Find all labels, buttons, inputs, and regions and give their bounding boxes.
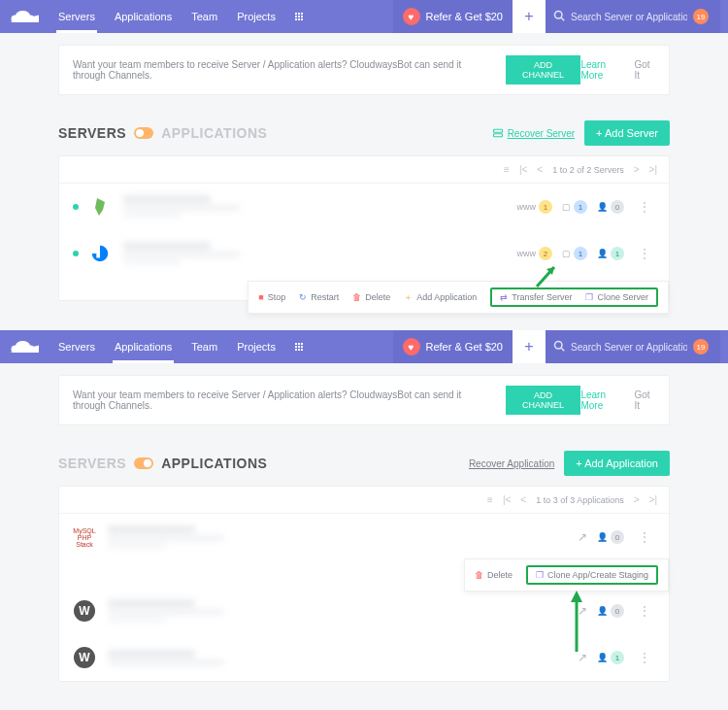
nav-projects[interactable]: Projects [229, 330, 283, 363]
nav-applications[interactable]: Applications [107, 0, 180, 33]
users-badge[interactable]: 👤1 [597, 247, 624, 260]
application-row[interactable]: MySQL PHP Stack ↗ 👤0 ⋮ 🗑Delete ❐Clone Ap… [59, 514, 669, 588]
server-row[interactable]: www2 ▢1 👤1 ⋮ ■Stop ↻Restart 🗑Delete ＋Add… [59, 230, 669, 300]
svg-rect-6 [295, 18, 297, 20]
add-application-action[interactable]: ＋Add Application [404, 291, 477, 304]
servers-tab[interactable]: SERVERS [58, 456, 126, 471]
notification-badge[interactable]: 19 [693, 339, 709, 355]
svg-rect-16 [298, 343, 300, 345]
transfer-server-action[interactable]: ⇄Transfer Server [500, 292, 572, 302]
add-application-button[interactable]: Add Application [564, 451, 670, 476]
svg-line-10 [561, 17, 564, 20]
page-last-icon[interactable]: >| [649, 494, 657, 505]
users-badge[interactable]: 👤0 [597, 200, 624, 214]
page-next-icon[interactable]: > [634, 164, 640, 175]
apps-grid-icon[interactable] [287, 330, 311, 363]
row-menu-icon[interactable]: ⋮ [634, 247, 655, 260]
topbar-servers: Servers Applications Team Projects ♥ Ref… [0, 0, 728, 33]
learn-more-link[interactable]: Learn More [580, 389, 624, 411]
servers-apps-toggle[interactable] [134, 457, 153, 469]
trash-icon: 🗑 [352, 292, 361, 302]
logo[interactable] [8, 337, 41, 356]
notification-badge[interactable]: 19 [693, 9, 709, 24]
delete-action[interactable]: 🗑Delete [475, 570, 513, 580]
nav-team[interactable]: Team [183, 0, 225, 33]
nav-applications[interactable]: Applications [107, 330, 180, 363]
page-last-icon[interactable]: >| [649, 164, 657, 175]
www-badge[interactable]: www2 [517, 247, 553, 260]
add-channel-button[interactable]: ADD CHANNEL [506, 386, 581, 415]
svg-rect-22 [298, 349, 300, 351]
row-menu-icon[interactable]: ⋮ [634, 651, 655, 664]
svg-point-24 [555, 342, 563, 350]
add-server-button[interactable]: Add Server [584, 120, 670, 146]
svg-rect-7 [298, 18, 300, 20]
got-it-link[interactable]: Got It [634, 59, 655, 81]
sort-icon[interactable]: ≡ [504, 164, 510, 175]
sort-icon[interactable]: ≡ [487, 494, 493, 505]
application-row[interactable]: W ↗ 👤0 ⋮ [59, 588, 669, 634]
got-it-link[interactable]: Got It [634, 389, 655, 411]
users-badge[interactable]: 👤0 [597, 604, 624, 618]
row-menu-icon[interactable]: ⋮ [634, 530, 655, 544]
search-box[interactable]: 19 [546, 330, 720, 363]
applications-tab[interactable]: APPLICATIONS [161, 456, 267, 471]
page-prev-icon[interactable]: < [537, 164, 543, 175]
refer-button[interactable]: ♥ Refer & Get $20 [393, 330, 513, 363]
www-badge[interactable]: www1 [517, 200, 553, 214]
refer-button[interactable]: ♥ Refer & Get $20 [393, 0, 513, 33]
external-link-icon[interactable]: ↗ [578, 604, 587, 618]
applications-tab[interactable]: APPLICATIONS [161, 125, 267, 141]
users-badge[interactable]: 👤1 [597, 651, 624, 664]
server-row[interactable]: www1 ▢1 👤0 ⋮ [59, 184, 669, 230]
delete-action[interactable]: 🗑Delete [352, 292, 390, 302]
user-icon: 👤 [597, 606, 608, 616]
nav-servers[interactable]: Servers [50, 330, 103, 363]
servers-tab[interactable]: SERVERS [58, 125, 126, 141]
stack-icon: MySQL PHP Stack [73, 525, 96, 549]
servers-panel: ≡ |< < 1 to 2 of 2 Servers > >| www1 ▢1 … [58, 155, 670, 301]
svg-rect-2 [301, 13, 303, 15]
page-first-icon[interactable]: |< [503, 494, 511, 505]
external-link-icon[interactable]: ↗ [578, 530, 587, 544]
application-row[interactable]: W ↗ 👤1 ⋮ [59, 634, 669, 681]
svg-rect-11 [493, 129, 502, 132]
page-next-icon[interactable]: > [634, 494, 640, 505]
logo[interactable] [8, 7, 41, 26]
clone-server-action[interactable]: ❐Clone Server [585, 292, 648, 302]
search-input[interactable] [571, 12, 687, 22]
tab-icon: ▢ [562, 202, 571, 212]
nav-projects[interactable]: Projects [229, 0, 283, 33]
users-badge[interactable]: 👤0 [597, 530, 624, 544]
apps-badge[interactable]: ▢1 [562, 247, 587, 260]
row-menu-icon[interactable]: ⋮ [634, 604, 655, 618]
recover-server-link[interactable]: Recover Server [492, 127, 575, 139]
add-channel-button[interactable]: ADD CHANNEL [506, 55, 581, 85]
apps-grid-icon[interactable] [287, 0, 311, 33]
recover-application-link[interactable]: Recover Application [469, 458, 554, 469]
apps-badge[interactable]: ▢1 [562, 200, 587, 214]
add-button[interactable]: + [513, 0, 546, 33]
svg-rect-8 [301, 18, 303, 20]
stop-action[interactable]: ■Stop [258, 292, 285, 302]
heart-icon: ♥ [403, 338, 420, 355]
servers-paginator: ≡ |< < 1 to 2 of 2 Servers > >| [59, 156, 669, 184]
user-icon: 👤 [597, 653, 608, 662]
servers-apps-toggle[interactable] [134, 127, 153, 139]
app-details [108, 650, 224, 665]
add-button[interactable]: + [513, 330, 546, 363]
clone-staging-action[interactable]: ❐Clone App/Create Staging [536, 570, 648, 580]
svg-rect-15 [295, 343, 297, 345]
row-menu-icon[interactable]: ⋮ [634, 200, 655, 214]
learn-more-link[interactable]: Learn More [580, 59, 624, 81]
highlighted-actions: ❐Clone App/Create Staging [526, 565, 658, 585]
search-input[interactable] [571, 342, 687, 353]
external-link-icon[interactable]: ↗ [578, 651, 587, 664]
provider-icon [88, 195, 112, 219]
page-first-icon[interactable]: |< [519, 164, 527, 175]
nav-servers[interactable]: Servers [50, 0, 103, 33]
restart-action[interactable]: ↻Restart [299, 292, 339, 302]
page-prev-icon[interactable]: < [520, 494, 526, 505]
nav-team[interactable]: Team [183, 330, 225, 363]
search-box[interactable]: 19 [546, 0, 720, 33]
